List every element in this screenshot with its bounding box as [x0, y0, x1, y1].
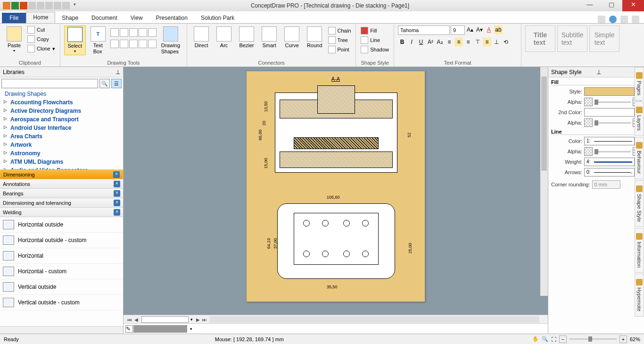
shape-tool-10[interactable] — [148, 40, 157, 48]
presentation-tab[interactable]: Presentation — [149, 13, 194, 23]
options-icon[interactable] — [598, 16, 605, 23]
fill-button[interactable]: Fill — [360, 26, 390, 35]
drawing-shapes-button[interactable]: Drawing Shapes — [158, 25, 183, 56]
align-right-icon[interactable]: ≡ — [464, 38, 472, 46]
tree-item[interactable]: Astronomy — [0, 149, 123, 158]
shape-tool-3[interactable] — [129, 28, 138, 37]
curve-button[interactable]: Curve — [281, 25, 302, 50]
close-icon[interactable]: × — [114, 190, 120, 197]
document-tab[interactable]: Document — [85, 13, 124, 23]
search-button[interactable]: 🔍 — [99, 79, 110, 88]
close-icon[interactable]: × — [113, 171, 120, 178]
qat-icon-3[interactable] — [20, 2, 27, 9]
shape-tool-5[interactable] — [148, 28, 157, 37]
qat-icon-8[interactable] — [62, 2, 70, 9]
decrease-font-icon[interactable]: A▾ — [475, 25, 484, 34]
sidetab-pages[interactable]: Pages — [635, 67, 644, 101]
shape-item[interactable]: Horizontal - custom — [0, 264, 123, 279]
alpha-pattern-icon[interactable] — [584, 147, 593, 156]
fit-page-icon[interactable]: ⛶ — [551, 336, 556, 342]
highlight-icon[interactable]: ab — [494, 25, 503, 34]
cat-dimensioning[interactable]: Dimensioning× — [0, 170, 123, 179]
palette-picker-icon[interactable]: ✎ — [125, 325, 133, 333]
shape-tool-2[interactable] — [120, 28, 128, 37]
line-button[interactable]: Line — [360, 36, 390, 44]
qat-icon-5[interactable] — [37, 2, 44, 9]
file-tab[interactable]: File — [2, 13, 26, 23]
tree-item[interactable]: Accounting Flowcharts — [0, 98, 123, 107]
close-icon[interactable]: × — [114, 200, 120, 206]
page-last-icon[interactable]: ⏭ — [201, 317, 208, 322]
alpha-pattern-icon[interactable] — [584, 98, 593, 106]
shape-tool-4[interactable] — [139, 28, 147, 37]
help-icon[interactable] — [609, 16, 617, 23]
line-alpha-slider[interactable] — [594, 147, 631, 156]
tree-button[interactable]: Tree — [327, 36, 352, 44]
page-next-icon[interactable]: ▶ — [195, 317, 201, 322]
clone-button[interactable]: Clone ▾ — [26, 44, 56, 53]
drawing-canvas[interactable]: A-A 13,50 20 66,00 15,00 52 105,60 64,19… — [124, 67, 548, 315]
arrows-combo[interactable]: 0:○▾ — [584, 168, 641, 176]
sidetab-shape-style[interactable]: Shape Style — [635, 180, 644, 227]
close-icon[interactable]: × — [114, 181, 120, 187]
palette-more-icon[interactable]: ▾ — [188, 327, 194, 331]
align-left-icon[interactable]: ≡ — [445, 38, 454, 46]
round-button[interactable]: Round — [304, 25, 325, 50]
shadow-button[interactable]: Shadow — [360, 45, 390, 54]
font-color-icon[interactable]: A — [485, 25, 493, 34]
direct-button[interactable]: Direct — [191, 25, 212, 50]
sidetab-layers[interactable]: Layers — [635, 101, 644, 136]
valign-bottom-icon[interactable]: ⊥ — [492, 38, 501, 46]
zoom-slider[interactable] — [570, 338, 617, 340]
text-rotation-icon[interactable]: ⟲ — [502, 38, 510, 46]
shape-tool-8[interactable] — [129, 40, 138, 48]
point-button[interactable]: Point — [327, 45, 352, 54]
select-button[interactable]: Select▾ — [64, 25, 86, 55]
font-size-select[interactable] — [451, 25, 465, 35]
qat-icon-7[interactable] — [54, 2, 61, 9]
chain-button[interactable]: Chain — [327, 26, 352, 35]
library-tree[interactable]: Drawing Shapes Accounting Flowcharts Act… — [0, 90, 123, 170]
textbox-button[interactable]: TText Box — [88, 25, 108, 56]
pin-icon[interactable]: ⊥ — [116, 69, 120, 76]
sidetab-hypernote[interactable]: Hypernote — [635, 274, 644, 317]
ribbon-menu-icon[interactable] — [632, 16, 639, 23]
line-weight-combo[interactable]: 4:▾ — [584, 158, 641, 166]
canvas-vscrollbar[interactable] — [540, 67, 548, 296]
shape-item[interactable]: Horizontal outside - custom — [0, 233, 123, 248]
valign-top-icon[interactable]: ⊤ — [473, 38, 482, 46]
zoom-in-button[interactable]: + — [619, 336, 627, 343]
page-first-icon[interactable]: ⏮ — [126, 317, 133, 322]
solution-park-tab[interactable]: Solution Park — [194, 13, 241, 23]
shape-item[interactable]: Horizontal outside — [0, 217, 123, 233]
page-tab[interactable] — [141, 316, 189, 323]
qat-icon-4[interactable] — [28, 2, 36, 9]
shape-tool-7[interactable] — [120, 40, 128, 48]
qat-icon-2[interactable] — [11, 2, 19, 9]
cat-annotations[interactable]: Annotations× — [0, 179, 123, 189]
tree-head[interactable]: Drawing Shapes — [0, 90, 123, 98]
qat-icon-6[interactable] — [45, 2, 53, 9]
page-dropdown-icon[interactable]: ▾ — [190, 317, 193, 322]
tree-item[interactable]: Area Charts — [0, 132, 123, 141]
copy-button[interactable]: Copy — [26, 35, 56, 43]
bold-button[interactable]: B — [398, 38, 406, 46]
cat-bearings[interactable]: Bearings× — [0, 189, 123, 198]
simple-text-style[interactable]: Simple text — [589, 25, 619, 52]
canvas-hscrollbar[interactable] — [210, 316, 539, 323]
shape-item[interactable]: Vertical outside — [0, 279, 123, 295]
zoom-tool-icon[interactable]: 🔍 — [542, 336, 548, 342]
shape-tab[interactable]: Shape — [55, 13, 85, 23]
fill-style-combo[interactable]: ▾ — [584, 87, 641, 96]
title-text-style[interactable]: Title text — [525, 25, 555, 52]
shape-tool-9[interactable] — [139, 40, 147, 48]
valign-middle-icon[interactable]: ≡ — [483, 38, 491, 46]
second-color-combo[interactable]: ▾ — [584, 108, 641, 117]
subtitle-text-style[interactable]: Subtitle text — [557, 25, 587, 52]
color-swatch[interactable] — [186, 325, 187, 333]
qat-dropdown-icon[interactable]: ▾ — [71, 2, 78, 9]
library-search-input[interactable] — [1, 79, 98, 88]
left-panel-scrollbar[interactable] — [0, 326, 123, 334]
superscript-button[interactable]: A² — [426, 38, 435, 46]
shape-tool-6[interactable] — [110, 40, 119, 48]
